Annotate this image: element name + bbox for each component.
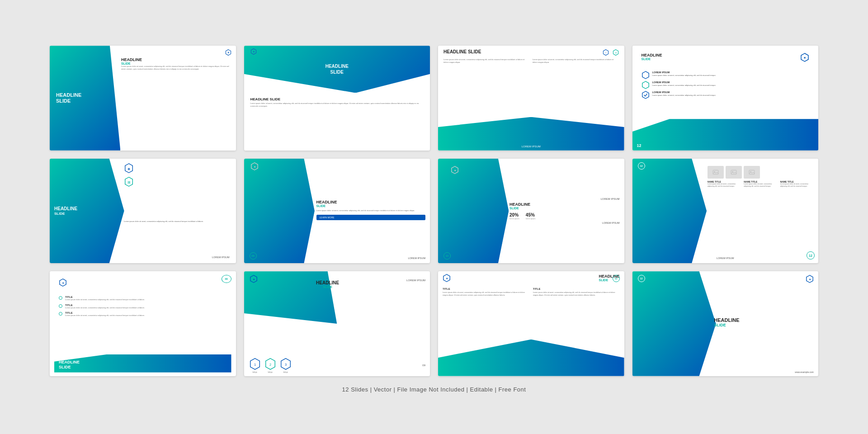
slide8-names: NAME TITLE Lorem ipsum dolor sit amet, c… (708, 180, 815, 188)
svg-marker-11 (642, 81, 648, 89)
slide-3: HEADLINE SLIDE ⬡ ◈ Lorem ipsum dolor sit… (438, 46, 624, 150)
svg-text:★: ★ (454, 168, 456, 171)
slide5-left-band: HEADLINE SLIDE (50, 159, 124, 263)
slide10-headline-area: HEADLINE SLIDE (281, 280, 374, 288)
slide-5: HEADLINE SLIDE ◈ ⊞ Lorem ipsum dolor sit… (50, 159, 236, 263)
svg-text:★: ★ (253, 165, 255, 168)
slide3-icon1: ⬡ (603, 49, 609, 56)
slide11-content: TITLE Lorem ipsum dolor sit amet, consec… (438, 286, 624, 298)
slide10-hex1-icon: 1 (249, 358, 261, 370)
slide2-headline: HEADLINE SLIDE (326, 63, 349, 75)
svg-text:⊞: ⊞ (127, 180, 131, 184)
slide6-num: 09 (250, 252, 257, 259)
slide3-top: HEADLINE SLIDE ⬡ ◈ (438, 46, 624, 57)
slide10-hex1-label: TITLE (252, 371, 257, 373)
slide2-logo: ★ (250, 48, 257, 57)
slide4-bottom-band: 12 (632, 119, 819, 150)
slide12-slide-label: SLIDE (714, 323, 814, 327)
slide8-name1: NAME TITLE Lorem ipsum dolor sit amet, c… (708, 180, 742, 188)
slide8-name1-body: Lorem ipsum dolor sit amet, consectetur … (708, 183, 742, 188)
slide4-item2: LOREM IPSUMLorem ipsum dolor sit amet, c… (642, 81, 810, 89)
slide9-headline: HEADLINE SLIDE (59, 360, 80, 370)
slide5-icon2: ⊞ (124, 177, 134, 187)
slide10-hex1: 1 TITLE (249, 358, 261, 373)
slide8-img1 (708, 166, 724, 179)
slide9-band: HEADLINE SLIDE (54, 354, 231, 373)
slide-8: 12 NAME TITLE Lorem ipsum dolor sit amet… (632, 159, 819, 263)
svg-rect-23 (731, 170, 736, 174)
slide6-left-band (244, 159, 315, 263)
slide11-col2-text: Lorem ipsum dolor sit amet, consectetur … (533, 292, 620, 297)
slide4-slide-label: SLIDE (642, 57, 662, 61)
slide4-headline: HEADLINE (642, 53, 662, 57)
slide10-headline: HEADLINE (281, 280, 374, 285)
slide8-content: NAME TITLE Lorem ipsum dolor sit amet, c… (703, 159, 818, 263)
slide7-slide-label: SLIDE (509, 207, 619, 210)
slide9-dot2 (59, 304, 62, 308)
slide3-headline: HEADLINE SLIDE (443, 49, 481, 54)
image2-icon (731, 169, 737, 175)
footer-text: 12 Slides | Vector | File Image Not Incl… (342, 386, 526, 393)
slide7-logo-icon: ★ (451, 166, 459, 174)
slide8-images (708, 166, 815, 179)
slide10-hex-items: 1 TITLE 2 TITLE 3 TITLE (249, 358, 292, 373)
image1-icon (712, 169, 719, 175)
slide12-num: 12 (638, 275, 645, 282)
slide10-bottom: 1 TITLE 2 TITLE 3 TITLE (244, 355, 430, 376)
slide1-slide-label: SLIDE (56, 98, 71, 104)
slide12-left-band (632, 271, 716, 376)
slide11-top: ★ HEADLINE SLIDE (438, 271, 624, 286)
slide5-headline: HEADLINE (54, 206, 77, 212)
slide4-item2-text: Lorem ipsum dolor sit amet, consectetur … (652, 84, 716, 87)
slide6-headline: HEADLINE (316, 200, 425, 204)
slide-2: HEADLINE SLIDE ★ HEADLINE SLIDE Lorem ip… (244, 46, 430, 150)
slide11-col2-title: TITLE (533, 288, 620, 290)
svg-text:★: ★ (62, 281, 64, 284)
slide8-num-left: 12 (638, 162, 645, 170)
slide6-logo: ★ (250, 162, 259, 172)
slide12-content: HEADLINE SLIDE (710, 271, 818, 376)
slide12-website: www.example.com (795, 371, 814, 373)
slide10-hex2-label: TITLE (268, 371, 273, 373)
slide8-img3 (744, 166, 760, 179)
slide4-header: HEADLINE SLIDE ★ (637, 49, 814, 66)
slide-12: 12 ★ HEADLINE SLIDE www.example.com (632, 271, 819, 376)
slide10-hex3-label: TITLE (283, 371, 288, 373)
slide7-content: LOREM IPSUM HEADLINE SLIDE 20% lorem ips… (503, 159, 624, 263)
slide-11: ★ HEADLINE SLIDE TITLE Lorem ipsum dolor… (438, 271, 624, 376)
slide4-item3: LOREM IPSUMLorem ipsum dolor sit amet, c… (642, 91, 810, 99)
slide9-item2: TITLELorem ipsum dolor sit amet, consect… (59, 304, 227, 309)
svg-text:★: ★ (446, 277, 448, 280)
logo2-icon: ★ (250, 48, 257, 55)
slide10-top-band (244, 271, 430, 324)
slide7-stat2-num: 45% (526, 212, 536, 217)
slide7-stat1-label: lorem ipsum (509, 217, 519, 220)
slide1-headline: HEADLINE (56, 92, 81, 98)
slide3-icon2: ◈ (613, 49, 619, 56)
slide10-logo: ★ (250, 275, 258, 285)
logo-icon: ★ (225, 49, 231, 56)
svg-rect-25 (749, 170, 755, 174)
slide7-stat1-num: 20% (509, 212, 519, 217)
slide8-name3-body: Lorem ipsum dolor sit amet, consectetur … (780, 183, 815, 188)
slide7-stat2-label: lorem ipsum (526, 217, 536, 220)
svg-text:★: ★ (227, 52, 230, 54)
slide3-col1: Lorem ipsum dolor sit amet, consectetur … (443, 58, 530, 63)
slide4-logo: ★ (800, 53, 809, 62)
slide2-top-band: HEADLINE SLIDE (244, 46, 430, 93)
svg-marker-12 (642, 91, 648, 99)
svg-text:★: ★ (253, 51, 255, 53)
slide6-learn-more-btn[interactable]: LEARN MORE (316, 215, 425, 220)
slide11-bottom-band (438, 340, 624, 376)
slide9-logo: ★ (54, 275, 231, 290)
slide5-slide-label: SLIDE (54, 212, 65, 216)
slide9-item1-text: Lorem ipsum dolor sit amet, consectetur … (65, 298, 145, 301)
slide10-num: 09 (422, 364, 425, 367)
slide-10: ★ LOREM IPSUM HEADLINE SLIDE 1 TITLE (244, 271, 430, 376)
slide11-num: 11 (613, 275, 620, 282)
image3-icon (749, 169, 755, 175)
slide4-item1-text: Lorem ipsum dolor sit amet, consectetur … (652, 74, 716, 77)
slide11-logo-icon: ★ (443, 274, 451, 282)
svg-text:2: 2 (269, 362, 271, 366)
slide4-item1-label: LOREM IPSUM (652, 71, 716, 74)
